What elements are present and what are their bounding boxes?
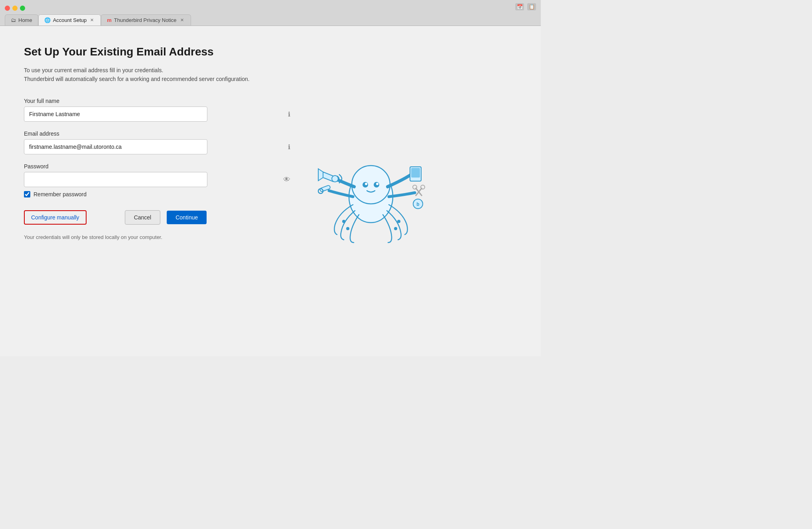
svg-point-15: [397, 220, 400, 223]
description-line1: To use your current email address fill i…: [24, 66, 295, 75]
remember-password-row: Remember password: [24, 191, 295, 197]
svg-text:b: b: [416, 201, 419, 207]
home-tab-label: Home: [18, 17, 32, 23]
cancel-button[interactable]: Cancel: [125, 210, 161, 225]
email-info-icon: ℹ: [288, 143, 290, 151]
close-button[interactable]: [5, 6, 10, 11]
tabs-bar: 🗂 Home 🌐 Account Setup ✕ m Thunderbird P…: [0, 14, 541, 26]
svg-point-14: [346, 227, 349, 230]
password-label: Password: [24, 163, 295, 170]
email-field-group: Email address ℹ: [24, 130, 295, 154]
illustration-section: .oct-stroke { stroke: #3399cc; stroke-wi…: [311, 45, 431, 340]
credentials-note: Your credentials will only be stored loc…: [24, 234, 295, 240]
remember-password-checkbox[interactable]: [24, 191, 30, 197]
full-name-label: Your full name: [24, 98, 295, 104]
home-tab-icon: 🗂: [11, 17, 16, 23]
toolbar-right: 📅 📋: [515, 3, 536, 13]
password-input-wrapper: 👁: [24, 172, 295, 187]
window-controls: [5, 6, 25, 11]
email-input-wrapper: ℹ: [24, 139, 295, 154]
actions-row: Configure manually Cancel Continue: [24, 210, 295, 225]
email-input[interactable]: [24, 139, 207, 154]
octopus-illustration: .oct-stroke { stroke: #3399cc; stroke-wi…: [315, 145, 427, 257]
tab-home[interactable]: 🗂 Home: [5, 14, 38, 26]
full-name-info-icon: ℹ: [288, 111, 290, 118]
privacy-tab-label: Thunderbird Privacy Notice: [114, 17, 177, 23]
calendar-icon[interactable]: 📅: [515, 3, 524, 10]
svg-point-1: [352, 166, 390, 204]
page-title: Set Up Your Existing Email Address: [24, 45, 295, 59]
tasks-icon[interactable]: 📋: [527, 3, 536, 10]
svg-point-4: [365, 183, 367, 185]
svg-point-9: [413, 185, 417, 189]
account-setup-tab-icon: 🌐: [44, 17, 51, 23]
privacy-tab-close[interactable]: ✕: [179, 18, 185, 23]
svg-point-10: [421, 185, 425, 189]
maximize-button[interactable]: [20, 6, 25, 11]
password-field-group: Password 👁 Remember password: [24, 163, 295, 197]
account-setup-tab-close[interactable]: ✕: [89, 18, 95, 23]
account-setup-tab-label: Account Setup: [53, 17, 87, 23]
form-section: Set Up Your Existing Email Address To us…: [24, 45, 295, 340]
browser-chrome: 📅 📋 🗂 Home 🌐 Account Setup ✕ m Thunderbi…: [0, 0, 541, 26]
page-content: Set Up Your Existing Email Address To us…: [0, 26, 541, 356]
tab-privacy-notice[interactable]: m Thunderbird Privacy Notice ✕: [101, 14, 191, 26]
remember-password-label: Remember password: [34, 191, 87, 197]
svg-point-16: [394, 227, 397, 230]
password-input[interactable]: [24, 172, 207, 187]
full-name-input[interactable]: [24, 107, 207, 122]
tab-account-setup[interactable]: 🌐 Account Setup ✕: [38, 14, 101, 26]
full-name-field-group: Your full name ℹ: [24, 98, 295, 122]
description-line2: Thunderbird will automatically search fo…: [24, 75, 295, 83]
continue-button[interactable]: Continue: [167, 211, 207, 224]
page-description: To use your current email address fill i…: [24, 66, 295, 84]
privacy-tab-icon: m: [107, 17, 112, 23]
svg-point-5: [376, 183, 378, 185]
title-bar: 📅 📋: [0, 0, 541, 13]
minimize-button[interactable]: [12, 6, 18, 11]
password-toggle-icon[interactable]: 👁: [283, 176, 290, 184]
email-label: Email address: [24, 130, 295, 137]
svg-point-13: [342, 220, 345, 223]
full-name-input-wrapper: ℹ: [24, 107, 295, 122]
configure-manually-button[interactable]: Configure manually: [24, 210, 87, 225]
svg-rect-8: [411, 168, 420, 178]
